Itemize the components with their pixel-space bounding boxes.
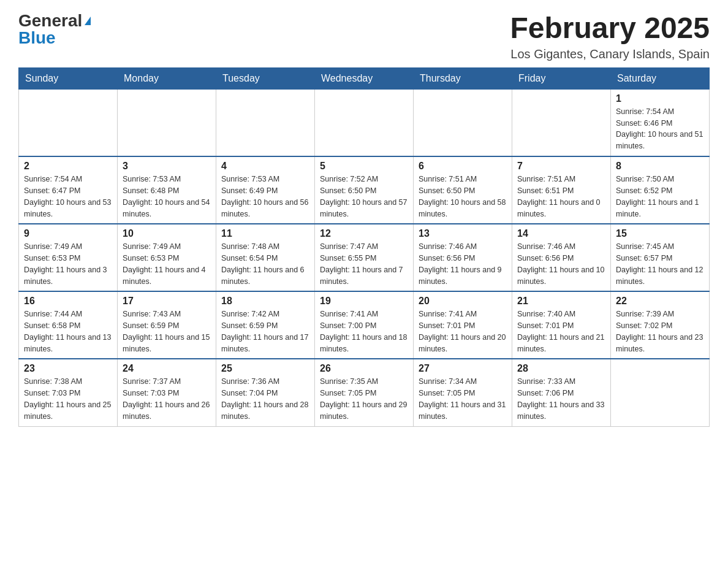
month-title: February 2025 xyxy=(510,12,710,45)
calendar-cell: 25Sunrise: 7:36 AMSunset: 7:04 PMDayligh… xyxy=(216,359,315,426)
day-number: 17 xyxy=(123,296,211,307)
calendar-cell: 2Sunrise: 7:54 AMSunset: 6:47 PMDaylight… xyxy=(19,156,118,224)
day-number: 15 xyxy=(616,228,704,239)
day-info: Sunrise: 7:48 AMSunset: 6:54 PMDaylight:… xyxy=(221,241,309,287)
calendar-cell: 10Sunrise: 7:49 AMSunset: 6:53 PMDayligh… xyxy=(118,224,216,291)
page-header: General Blue February 2025 Los Gigantes,… xyxy=(18,12,710,61)
calendar-cell: 8Sunrise: 7:50 AMSunset: 6:52 PMDaylight… xyxy=(611,156,710,224)
day-number: 16 xyxy=(24,296,112,307)
day-number: 27 xyxy=(419,363,507,374)
day-number: 4 xyxy=(221,161,309,172)
calendar-cell: 6Sunrise: 7:51 AMSunset: 6:50 PMDaylight… xyxy=(414,156,512,224)
day-info: Sunrise: 7:43 AMSunset: 6:59 PMDaylight:… xyxy=(123,308,211,354)
day-number: 18 xyxy=(221,296,309,307)
calendar-week-row: 16Sunrise: 7:44 AMSunset: 6:58 PMDayligh… xyxy=(19,291,710,359)
day-info: Sunrise: 7:35 AMSunset: 7:05 PMDaylight:… xyxy=(320,376,408,422)
day-info: Sunrise: 7:46 AMSunset: 6:56 PMDaylight:… xyxy=(517,241,605,287)
day-number: 12 xyxy=(320,228,408,239)
calendar-cell: 7Sunrise: 7:51 AMSunset: 6:51 PMDaylight… xyxy=(512,156,611,224)
day-info: Sunrise: 7:33 AMSunset: 7:06 PMDaylight:… xyxy=(517,376,605,422)
day-number: 14 xyxy=(517,228,605,239)
calendar-cell: 19Sunrise: 7:41 AMSunset: 7:00 PMDayligh… xyxy=(315,291,414,359)
day-number: 23 xyxy=(24,363,112,374)
day-info: Sunrise: 7:37 AMSunset: 7:03 PMDaylight:… xyxy=(123,376,211,422)
weekday-header-row: SundayMondayTuesdayWednesdayThursdayFrid… xyxy=(19,67,710,89)
weekday-header-wednesday: Wednesday xyxy=(315,67,414,89)
day-number: 24 xyxy=(123,363,211,374)
calendar-cell: 23Sunrise: 7:38 AMSunset: 7:03 PMDayligh… xyxy=(19,359,118,426)
weekday-header-friday: Friday xyxy=(512,67,611,89)
weekday-header-saturday: Saturday xyxy=(611,67,710,89)
day-number: 28 xyxy=(517,363,605,374)
day-number: 2 xyxy=(24,161,112,172)
day-info: Sunrise: 7:51 AMSunset: 6:51 PMDaylight:… xyxy=(517,174,605,220)
calendar-cell xyxy=(414,89,512,156)
calendar-cell: 13Sunrise: 7:46 AMSunset: 6:56 PMDayligh… xyxy=(414,224,512,291)
calendar-cell xyxy=(512,89,611,156)
day-info: Sunrise: 7:52 AMSunset: 6:50 PMDaylight:… xyxy=(320,174,408,220)
day-number: 7 xyxy=(517,161,605,172)
calendar-cell: 9Sunrise: 7:49 AMSunset: 6:53 PMDaylight… xyxy=(19,224,118,291)
calendar-cell: 15Sunrise: 7:45 AMSunset: 6:57 PMDayligh… xyxy=(611,224,710,291)
day-info: Sunrise: 7:50 AMSunset: 6:52 PMDaylight:… xyxy=(616,174,704,220)
day-info: Sunrise: 7:53 AMSunset: 6:48 PMDaylight:… xyxy=(123,174,211,220)
day-number: 1 xyxy=(616,93,704,104)
calendar-week-row: 9Sunrise: 7:49 AMSunset: 6:53 PMDaylight… xyxy=(19,224,710,291)
day-number: 26 xyxy=(320,363,408,374)
logo: General Blue xyxy=(18,12,91,47)
calendar-cell: 1Sunrise: 7:54 AMSunset: 6:46 PMDaylight… xyxy=(611,89,710,156)
calendar-cell: 16Sunrise: 7:44 AMSunset: 6:58 PMDayligh… xyxy=(19,291,118,359)
location-subtitle: Los Gigantes, Canary Islands, Spain xyxy=(510,47,710,61)
day-number: 21 xyxy=(517,296,605,307)
day-info: Sunrise: 7:41 AMSunset: 7:01 PMDaylight:… xyxy=(419,308,507,354)
logo-blue-text: Blue xyxy=(18,29,56,47)
day-info: Sunrise: 7:42 AMSunset: 6:59 PMDaylight:… xyxy=(221,308,309,354)
weekday-header-sunday: Sunday xyxy=(19,67,118,89)
day-info: Sunrise: 7:45 AMSunset: 6:57 PMDaylight:… xyxy=(616,241,704,287)
calendar-cell xyxy=(315,89,414,156)
day-info: Sunrise: 7:46 AMSunset: 6:56 PMDaylight:… xyxy=(419,241,507,287)
day-info: Sunrise: 7:51 AMSunset: 6:50 PMDaylight:… xyxy=(419,174,507,220)
calendar-cell: 5Sunrise: 7:52 AMSunset: 6:50 PMDaylight… xyxy=(315,156,414,224)
calendar-cell: 21Sunrise: 7:40 AMSunset: 7:01 PMDayligh… xyxy=(512,291,611,359)
day-number: 20 xyxy=(419,296,507,307)
calendar-cell: 22Sunrise: 7:39 AMSunset: 7:02 PMDayligh… xyxy=(611,291,710,359)
title-area: February 2025 Los Gigantes, Canary Islan… xyxy=(510,12,710,61)
calendar-cell xyxy=(216,89,315,156)
day-info: Sunrise: 7:40 AMSunset: 7:01 PMDaylight:… xyxy=(517,308,605,354)
weekday-header-tuesday: Tuesday xyxy=(216,67,315,89)
day-number: 25 xyxy=(221,363,309,374)
calendar-cell: 12Sunrise: 7:47 AMSunset: 6:55 PMDayligh… xyxy=(315,224,414,291)
calendar-table: SundayMondayTuesdayWednesdayThursdayFrid… xyxy=(18,67,710,427)
day-info: Sunrise: 7:39 AMSunset: 7:02 PMDaylight:… xyxy=(616,308,704,354)
calendar-cell: 3Sunrise: 7:53 AMSunset: 6:48 PMDaylight… xyxy=(118,156,216,224)
day-number: 6 xyxy=(419,161,507,172)
calendar-cell: 24Sunrise: 7:37 AMSunset: 7:03 PMDayligh… xyxy=(118,359,216,426)
day-number: 3 xyxy=(123,161,211,172)
day-info: Sunrise: 7:53 AMSunset: 6:49 PMDaylight:… xyxy=(221,174,309,220)
day-info: Sunrise: 7:49 AMSunset: 6:53 PMDaylight:… xyxy=(123,241,211,287)
day-info: Sunrise: 7:36 AMSunset: 7:04 PMDaylight:… xyxy=(221,376,309,422)
calendar-cell xyxy=(611,359,710,426)
calendar-cell xyxy=(19,89,118,156)
calendar-cell: 28Sunrise: 7:33 AMSunset: 7:06 PMDayligh… xyxy=(512,359,611,426)
calendar-cell xyxy=(118,89,216,156)
calendar-cell: 14Sunrise: 7:46 AMSunset: 6:56 PMDayligh… xyxy=(512,224,611,291)
calendar-week-row: 1Sunrise: 7:54 AMSunset: 6:46 PMDaylight… xyxy=(19,89,710,156)
calendar-cell: 27Sunrise: 7:34 AMSunset: 7:05 PMDayligh… xyxy=(414,359,512,426)
calendar-cell: 26Sunrise: 7:35 AMSunset: 7:05 PMDayligh… xyxy=(315,359,414,426)
day-info: Sunrise: 7:54 AMSunset: 6:47 PMDaylight:… xyxy=(24,174,112,220)
calendar-cell: 18Sunrise: 7:42 AMSunset: 6:59 PMDayligh… xyxy=(216,291,315,359)
logo-triangle-icon xyxy=(85,17,91,25)
day-number: 5 xyxy=(320,161,408,172)
day-info: Sunrise: 7:41 AMSunset: 7:00 PMDaylight:… xyxy=(320,308,408,354)
day-number: 10 xyxy=(123,228,211,239)
calendar-week-row: 23Sunrise: 7:38 AMSunset: 7:03 PMDayligh… xyxy=(19,359,710,426)
logo-general-text: General xyxy=(18,12,82,29)
day-info: Sunrise: 7:34 AMSunset: 7:05 PMDaylight:… xyxy=(419,376,507,422)
day-number: 9 xyxy=(24,228,112,239)
day-number: 8 xyxy=(616,161,704,172)
day-number: 11 xyxy=(221,228,309,239)
day-info: Sunrise: 7:44 AMSunset: 6:58 PMDaylight:… xyxy=(24,308,112,354)
day-number: 22 xyxy=(616,296,704,307)
